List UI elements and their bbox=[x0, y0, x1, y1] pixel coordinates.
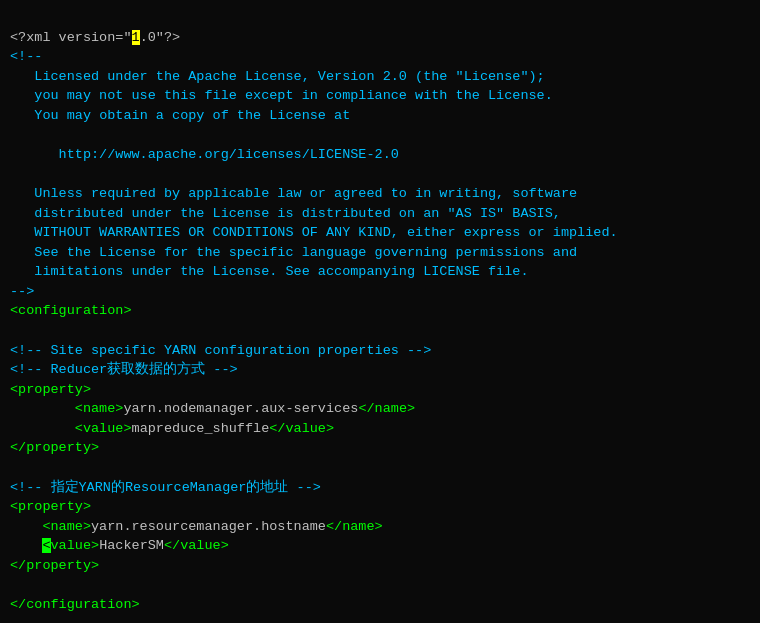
comment-line-7: WITHOUT WARRANTIES OR CONDITIONS OF ANY … bbox=[10, 225, 618, 240]
comment-close-line: --> bbox=[10, 284, 34, 299]
xml-declaration: <?xml version="1.0"?> bbox=[10, 30, 180, 45]
property-open-1: <property> bbox=[10, 382, 91, 397]
property-open-2: <property> bbox=[10, 499, 91, 514]
blank-line-3 bbox=[10, 323, 18, 338]
site-comment-line: <!-- Site specific YARN configuration pr… bbox=[10, 343, 431, 358]
comment-line-5: Unless required by applicable law or agr… bbox=[10, 186, 577, 201]
blank-line-4 bbox=[10, 460, 18, 475]
blank-line-2 bbox=[10, 167, 18, 182]
blank-line-1 bbox=[10, 127, 18, 142]
blank-line-5 bbox=[10, 577, 18, 592]
comment-line-8: See the License for the specific languag… bbox=[10, 245, 577, 260]
rm-comment-line: <!-- 指定YARN的ResourceManager的地址 --> bbox=[10, 480, 321, 495]
configuration-close-tag: </configuration> bbox=[10, 597, 140, 612]
name-tag-2: <name>yarn.resourcemanager.hostname</nam… bbox=[10, 519, 383, 534]
comment-line-4: You may obtain a copy of the License at bbox=[10, 108, 350, 123]
configuration-open-tag: <configuration> bbox=[10, 303, 132, 318]
value-tag-2: <value>HackerSM</value> bbox=[10, 538, 229, 553]
code-editor: <?xml version="1.0"?> <!-- Licensed unde… bbox=[10, 8, 750, 623]
value-tag-1: <value>mapreduce_shuffle</value> bbox=[10, 421, 334, 436]
comment-line-2: Licensed under the Apache License, Versi… bbox=[10, 69, 545, 84]
comment-url-line: http://www.apache.org/licenses/LICENSE-2… bbox=[10, 147, 399, 162]
blank-line-6 bbox=[10, 616, 18, 623]
property-close-2: </property> bbox=[10, 558, 99, 573]
reducer-comment-line: <!-- Reducer获取数据的方式 --> bbox=[10, 362, 238, 377]
property-close-1: </property> bbox=[10, 440, 99, 455]
comment-line-3: you may not use this file except in comp… bbox=[10, 88, 553, 103]
comment-line-1: <!-- bbox=[10, 49, 42, 64]
comment-line-6: distributed under the License is distrib… bbox=[10, 206, 561, 221]
name-tag-1: <name>yarn.nodemanager.aux-services</nam… bbox=[10, 401, 415, 416]
comment-line-9: limitations under the License. See accom… bbox=[10, 264, 528, 279]
